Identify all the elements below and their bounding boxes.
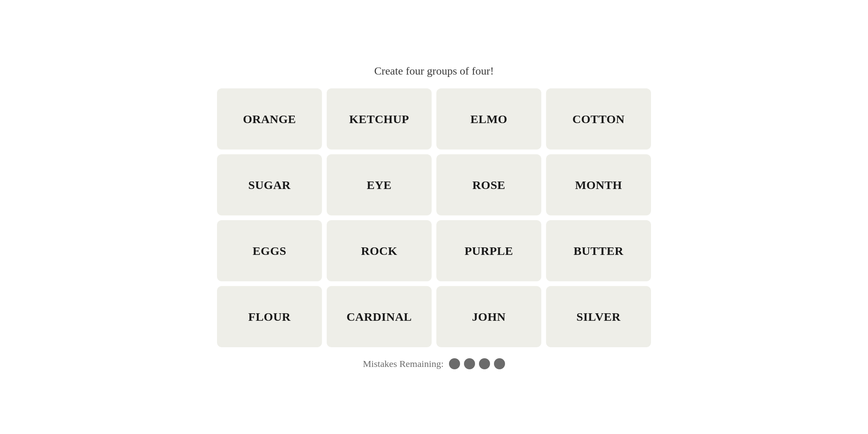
tile-label-month: MONTH	[575, 178, 622, 192]
tile-sugar[interactable]: SUGAR	[217, 154, 322, 215]
tile-cotton[interactable]: COTTON	[546, 88, 651, 150]
tile-rock[interactable]: ROCK	[327, 220, 432, 281]
tile-label-eye: EYE	[367, 178, 391, 192]
tile-label-cotton: COTTON	[572, 112, 625, 126]
tile-flour[interactable]: FLOUR	[217, 286, 322, 347]
tile-month[interactable]: MONTH	[546, 154, 651, 215]
tile-purple[interactable]: PURPLE	[436, 220, 541, 281]
tile-label-cardinal: CARDINAL	[346, 310, 412, 324]
tile-label-rose: ROSE	[472, 178, 505, 192]
tile-cardinal[interactable]: CARDINAL	[327, 286, 432, 347]
tile-label-purple: PURPLE	[465, 244, 513, 258]
tile-label-orange: ORANGE	[243, 112, 296, 126]
mistake-dot-1	[449, 358, 460, 369]
tile-eggs[interactable]: EGGS	[217, 220, 322, 281]
tile-label-elmo: ELMO	[470, 112, 507, 126]
mistake-dot-3	[479, 358, 490, 369]
tile-silver[interactable]: SILVER	[546, 286, 651, 347]
tile-label-eggs: EGGS	[253, 244, 286, 258]
tile-label-john: JOHN	[472, 310, 505, 324]
tile-eye[interactable]: EYE	[327, 154, 432, 215]
tile-label-butter: BUTTER	[574, 244, 623, 258]
mistakes-dots	[449, 358, 505, 369]
tile-orange[interactable]: ORANGE	[217, 88, 322, 150]
tile-rose[interactable]: ROSE	[436, 154, 541, 215]
tile-label-flour: FLOUR	[248, 310, 291, 324]
game-container: Create four groups of four! ORANGEKETCHU…	[217, 65, 651, 369]
tile-label-ketchup: KETCHUP	[349, 112, 409, 126]
tile-ketchup[interactable]: KETCHUP	[327, 88, 432, 150]
mistakes-label: Mistakes Remaining:	[363, 359, 444, 369]
tile-grid: ORANGEKETCHUPELMOCOTTONSUGAREYEROSEMONTH…	[217, 88, 651, 347]
tile-john[interactable]: JOHN	[436, 286, 541, 347]
tile-butter[interactable]: BUTTER	[546, 220, 651, 281]
mistakes-row: Mistakes Remaining:	[363, 358, 505, 369]
tile-label-rock: ROCK	[361, 244, 397, 258]
tile-label-silver: SILVER	[576, 310, 621, 324]
mistake-dot-4	[494, 358, 505, 369]
instruction-text: Create four groups of four!	[374, 65, 494, 77]
tile-elmo[interactable]: ELMO	[436, 88, 541, 150]
tile-label-sugar: SUGAR	[248, 178, 291, 192]
mistake-dot-2	[464, 358, 475, 369]
